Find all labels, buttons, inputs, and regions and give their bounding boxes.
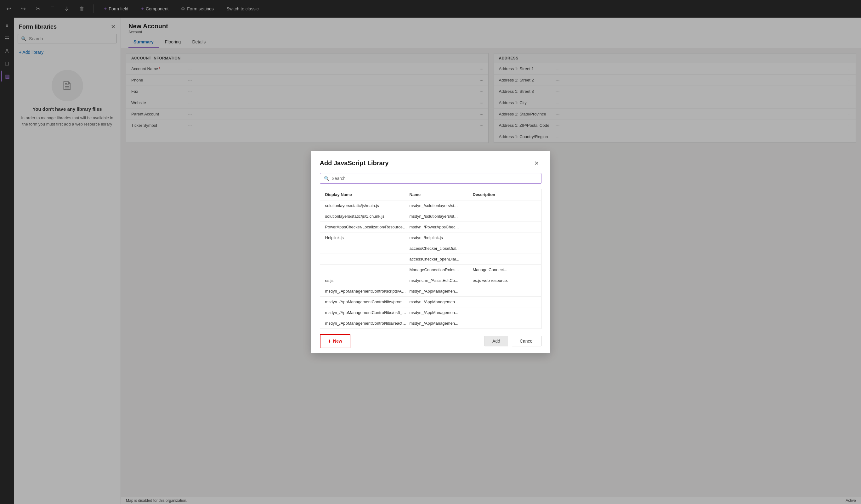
row-desc	[473, 203, 536, 208]
cancel-button[interactable]: Cancel	[512, 336, 542, 346]
modal-overlay: Add JavaScript Library ✕ 🔍 Display Name …	[0, 0, 861, 504]
row-display: msdyn_/AppManagementControl/scripts/AppM…	[325, 289, 410, 294]
modal-close-button[interactable]: ✕	[532, 158, 542, 168]
table-row[interactable]: Helplink.js msdyn_/helplink.js	[320, 233, 541, 243]
table-row[interactable]: es.js msdyncrm_/AssistEditCo... es.js we…	[320, 275, 541, 286]
table-row[interactable]: accessChecker_openDial...	[320, 254, 541, 265]
table-row[interactable]: msdyn_/AppManagementControl/libs/react_1…	[320, 318, 541, 329]
modal-table: Display Name Name Description solutionla…	[320, 189, 542, 329]
add-button[interactable]: Add	[484, 336, 508, 346]
row-desc	[473, 321, 536, 326]
modal-footer: + New Add Cancel	[311, 329, 550, 353]
new-label: New	[333, 338, 342, 344]
row-display: msdyn_/AppManagementControl/libs/promise…	[325, 299, 410, 304]
row-desc	[473, 246, 536, 251]
row-desc	[473, 257, 536, 262]
row-display: msdyn_/AppManagementControl/libs/es6_shi…	[325, 310, 410, 315]
row-name: msdyn_/AppManagemen...	[410, 289, 473, 294]
modal-footer-actions: Add Cancel	[484, 336, 542, 346]
row-name: msdyncrm_/AssistEditCo...	[410, 278, 473, 283]
row-desc	[473, 225, 536, 229]
row-desc	[473, 299, 536, 304]
col-display-name: Display Name	[325, 192, 410, 197]
row-name: msdyn_/solutionlayers/st...	[410, 203, 473, 208]
table-row[interactable]: ManageConnectionRoles... Manage Connect.…	[320, 265, 541, 275]
table-row[interactable]: msdyn_/AppManagementControl/libs/es6_shi…	[320, 307, 541, 318]
row-display: solutionlayers/static/js/main.js	[325, 203, 410, 208]
row-name: msdyn_/PowerAppsChec...	[410, 225, 473, 229]
row-display	[325, 257, 410, 262]
row-display: PowerAppsChecker/Localization/ResourceSt…	[325, 225, 410, 229]
row-display: msdyn_/AppManagementControl/libs/react_1…	[325, 321, 410, 326]
row-name: ManageConnectionRoles...	[410, 267, 473, 272]
row-name: msdyn_/AppManagemen...	[410, 310, 473, 315]
row-display: es.js	[325, 278, 410, 283]
table-row[interactable]: solutionlayers/static/js/1.chunk.js msdy…	[320, 211, 541, 222]
modal-header: Add JavaScript Library ✕	[311, 151, 550, 173]
row-name: msdyn_/AppManagemen...	[410, 321, 473, 326]
table-row[interactable]: PowerAppsChecker/Localization/ResourceSt…	[320, 222, 541, 233]
add-js-library-modal: Add JavaScript Library ✕ 🔍 Display Name …	[311, 151, 550, 353]
row-name: accessChecker_closeDial...	[410, 246, 473, 251]
row-desc	[473, 310, 536, 315]
modal-table-header: Display Name Name Description	[320, 189, 541, 200]
col-description: Description	[473, 192, 536, 197]
row-display	[325, 267, 410, 272]
modal-search-icon: 🔍	[324, 176, 329, 181]
row-name: accessChecker_openDial...	[410, 257, 473, 262]
row-display: solutionlayers/static/js/1.chunk.js	[325, 214, 410, 219]
row-display: Helplink.js	[325, 235, 410, 240]
modal-search-input[interactable]	[332, 176, 537, 181]
row-desc: Manage Connect...	[473, 267, 536, 272]
modal-title: Add JavaScript Library	[320, 159, 389, 167]
table-row[interactable]: accessChecker_closeDial...	[320, 243, 541, 254]
col-name: Name	[410, 192, 473, 197]
table-row[interactable]: msdyn_/AppManagementControl/scripts/AppM…	[320, 286, 541, 297]
modal-rows: solutionlayers/static/js/main.js msdyn_/…	[320, 200, 541, 329]
row-desc	[473, 235, 536, 240]
row-name: msdyn_/solutionlayers/st...	[410, 214, 473, 219]
row-desc	[473, 214, 536, 219]
row-name: msdyn_/helplink.js	[410, 235, 473, 240]
table-row[interactable]: msdyn_/AppManagementControl/libs/promise…	[320, 297, 541, 307]
modal-search-box[interactable]: 🔍	[320, 173, 542, 184]
row-display	[325, 246, 410, 251]
new-plus-icon: +	[328, 338, 331, 345]
row-desc: es.js web resource.	[473, 278, 536, 283]
row-name: msdyn_/AppManagemen...	[410, 299, 473, 304]
table-row[interactable]: solutionlayers/static/js/main.js msdyn_/…	[320, 200, 541, 211]
new-button[interactable]: + New	[320, 334, 351, 348]
row-desc	[473, 289, 536, 294]
